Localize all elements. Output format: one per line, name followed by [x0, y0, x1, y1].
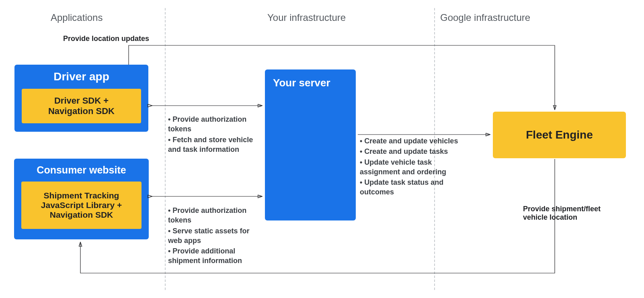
- annotation-driver-server: • Provide authorization tokens • Fetch a…: [168, 114, 263, 155]
- annotation-consumer-server: • Provide authorization tokens • Serve s…: [168, 205, 263, 267]
- anno-fleet-2: • Update vehicle task assignment and ord…: [360, 157, 464, 177]
- annotation-server-fleet: • Create and update vehicles • Create an…: [360, 135, 464, 198]
- consumer-website-title: Consumer website: [14, 164, 149, 176]
- consumer-sdk-box: Shipment Tracking JavaScript Library + N…: [21, 182, 142, 229]
- section-your-infra-label: Your infrastructure: [267, 12, 346, 23]
- your-server-node: Your server: [265, 69, 356, 220]
- your-server-title: Your server: [273, 77, 356, 89]
- edge-label-location-updates: Provide location updates: [63, 35, 149, 43]
- driver-app-node: Driver app Driver SDK + Navigation SDK: [14, 65, 148, 132]
- anno-fleet-1: • Create and update tasks: [360, 147, 464, 156]
- driver-sdk-box: Driver SDK + Navigation SDK: [22, 89, 141, 123]
- anno-consumer-0: • Provide authorization tokens: [168, 206, 263, 225]
- anno-fleet-3: • Update task status and outcomes: [360, 178, 464, 197]
- edge-label-shipment-location: Provide shipment/fleet vehicle location: [523, 205, 601, 222]
- anno-consumer-2: • Provide additional shipment informatio…: [168, 246, 263, 266]
- anno-driver-0: • Provide authorization tokens: [168, 114, 263, 134]
- fleet-engine-title: Fleet Engine: [526, 129, 593, 141]
- anno-consumer-1: • Serve static assets for web apps: [168, 226, 263, 246]
- anno-driver-1: • Fetch and store vehicle and task infor…: [168, 135, 263, 155]
- fleet-engine-node: Fleet Engine: [493, 112, 626, 158]
- divider-1: [165, 8, 166, 290]
- section-google-infra-label: Google infrastructure: [440, 12, 530, 23]
- consumer-website-node: Consumer website Shipment Tracking JavaS…: [14, 159, 149, 239]
- section-applications-label: Applications: [51, 12, 103, 23]
- anno-fleet-0: • Create and update vehicles: [360, 136, 464, 146]
- architecture-diagram: Applications Your infrastructure Google …: [0, 0, 644, 298]
- driver-app-title: Driver app: [14, 70, 148, 83]
